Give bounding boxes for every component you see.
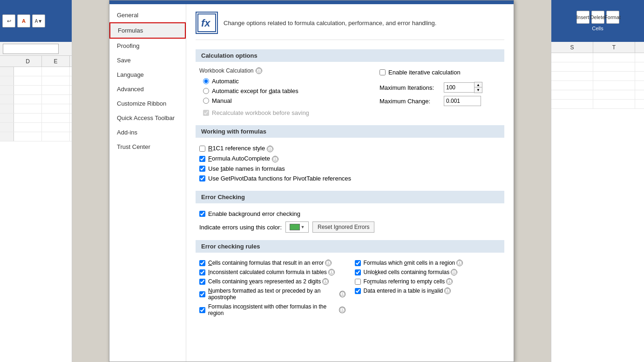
rule-omit-cells[interactable]: Formulas which omit cells in a region ⓘ: [355, 258, 501, 268]
autocomplete-info-icon[interactable]: ⓘ: [272, 156, 278, 162]
spreadsheet-left: ↩ A A▼ D E: [0, 0, 72, 362]
rule-numbers-as-text-checkbox[interactable]: [199, 291, 205, 297]
use-getpivotdata-label[interactable]: Use GetPivotData functions for PivotTabl…: [199, 174, 501, 183]
workbook-calc-info-icon[interactable]: ⓘ: [256, 67, 262, 74]
grid-row: [0, 104, 72, 114]
rule7-info-icon[interactable]: ⓘ: [451, 269, 457, 275]
rule4-info-icon[interactable]: ⓘ: [339, 291, 346, 297]
recalculate-checkbox-label: Recalculate workbook before saving: [203, 108, 361, 118]
insert-button[interactable]: Insert: [576, 11, 590, 24]
sidebar-item-advanced[interactable]: Advanced: [109, 82, 186, 96]
rules-col-left: Cells containing formulas that result in…: [199, 258, 346, 318]
col-header-D: D: [14, 56, 42, 67]
error-color-button[interactable]: ▼: [285, 221, 309, 233]
max-iterations-spinbox[interactable]: 100 ▲ ▼: [444, 82, 482, 93]
dialog-titlebar: [109, 0, 514, 4]
max-iterations-label: Maximum Iterations:: [380, 84, 440, 91]
rule3-info-icon[interactable]: ⓘ: [322, 278, 329, 285]
rule9-info-icon[interactable]: ⓘ: [444, 288, 451, 294]
rule-cells-formulas-error-checkbox[interactable]: [199, 260, 205, 266]
use-table-names-checkbox[interactable]: [199, 166, 205, 172]
rule-unlocked-cells[interactable]: Unlokked cells containing formulas ⓘ: [355, 268, 501, 277]
rule-referring-empty[interactable]: Formulas referring to empty cells ⓘ: [355, 277, 501, 286]
enable-iterative-checkbox[interactable]: [380, 69, 386, 75]
svg-text:fx: fx: [201, 17, 210, 29]
reset-ignored-errors-button[interactable]: Reset Ignored Errors: [312, 221, 374, 233]
calculation-options: Workbook Calculation ⓘ Automatic: [196, 67, 504, 118]
formula-autocomplete-label[interactable]: Formula AutoComplete ⓘ: [199, 154, 501, 164]
rule-inconsistent-column-checkbox[interactable]: [199, 269, 205, 275]
radio-manual-input[interactable]: [203, 98, 209, 104]
enable-iterative-label[interactable]: Enable iterative calculation: [380, 67, 501, 77]
col-headers-right: S T: [551, 42, 644, 53]
rule2-info-icon[interactable]: ⓘ: [328, 269, 335, 275]
rule1-info-icon[interactable]: ⓘ: [325, 260, 332, 266]
rule-data-invalid[interactable]: Data entered in a table is invalid ⓘ: [355, 286, 501, 295]
col-header-S: S: [551, 42, 593, 53]
sidebar-item-customize-ribbon[interactable]: Customize Ribbon: [109, 96, 186, 111]
rule-omit-cells-checkbox[interactable]: [355, 260, 361, 266]
grid-row: [0, 114, 72, 123]
workbook-calc-label: Workbook Calculation ⓘ: [199, 67, 361, 74]
rule6-info-icon[interactable]: ⓘ: [456, 260, 463, 266]
rule-cells-formulas-error[interactable]: Cells containing formulas that result in…: [199, 258, 346, 268]
use-table-names-label[interactable]: Use table names in formulas: [199, 164, 501, 174]
r1c1-info-icon[interactable]: ⓘ: [267, 146, 273, 152]
sidebar-item-language[interactable]: Language: [109, 67, 186, 82]
max-iterations-spin-down[interactable]: ▼: [475, 87, 482, 93]
max-iterations-input[interactable]: 100: [444, 82, 474, 93]
r1c1-checkbox[interactable]: [199, 146, 205, 152]
header-description: Change options related to formula calcul…: [224, 20, 436, 27]
sidebar-item-trust-center[interactable]: Trust Center: [109, 140, 186, 154]
indicate-color-label: Indicate errors using this color:: [199, 224, 282, 231]
error-checking-rules-header: Error checking rules: [196, 240, 504, 253]
formula-autocomplete-checkbox[interactable]: [199, 156, 205, 162]
calculation-options-header: Calculation options: [196, 49, 504, 62]
enable-background-label[interactable]: Enable background error checking: [199, 209, 501, 219]
rule8-info-icon[interactable]: ⓘ: [446, 278, 453, 285]
sidebar-item-formulas[interactable]: Formulas: [109, 22, 186, 39]
grid-row: [0, 132, 72, 141]
radio-automatic-except[interactable]: Automatic except for data tables: [203, 87, 361, 94]
left-ribbon: ↩ A A▼: [0, 0, 72, 42]
sidebar-item-proofing[interactable]: Proofing: [109, 39, 186, 53]
rule-unlocked-cells-checkbox[interactable]: [355, 269, 361, 275]
name-box[interactable]: [3, 44, 59, 54]
main-content: fx Change options related to formula cal…: [186, 4, 514, 362]
rule-referring-empty-checkbox[interactable]: [355, 279, 361, 285]
max-change-input[interactable]: 0.001: [444, 96, 481, 106]
max-iterations-spin-up[interactable]: ▲: [475, 82, 482, 87]
rule-years-2digits[interactable]: Cells containing years represented as 2 …: [199, 277, 346, 286]
enable-background-checkbox[interactable]: [199, 211, 205, 217]
font-color-button[interactable]: A: [17, 14, 30, 27]
error-section: Enable background error checking Indicat…: [196, 209, 504, 233]
sidebar-item-save[interactable]: Save: [109, 53, 186, 67]
sidebar-item-general[interactable]: General: [109, 8, 186, 22]
highlight-button[interactable]: A▼: [32, 14, 45, 27]
radio-automatic-input[interactable]: [203, 78, 209, 84]
rule-inconsistent-column[interactable]: Inconsistent calculated column formula i…: [199, 268, 346, 277]
r1c1-label[interactable]: R1C1 reference style ⓘ: [199, 143, 501, 154]
grid-row: [0, 123, 72, 132]
sidebar-item-add-ins[interactable]: Add-ins: [109, 125, 186, 140]
use-getpivotdata-checkbox[interactable]: [199, 175, 205, 181]
rule-formulas-inconsistent[interactable]: Formulas inconsistent with other formula…: [199, 302, 346, 318]
rule5-info-icon[interactable]: ⓘ: [339, 307, 345, 313]
radio-automatic-except-input[interactable]: [203, 88, 209, 94]
grid-row: [551, 72, 644, 81]
dialog-body: General Formulas Proofing Save Language …: [109, 4, 514, 362]
undo-button[interactable]: ↩: [2, 14, 15, 27]
rule-years-2digits-checkbox[interactable]: [199, 279, 205, 285]
max-iterations-row: Maximum Iterations: 100 ▲ ▼: [380, 82, 501, 93]
col-header-E: E: [42, 56, 70, 67]
rule-formulas-inconsistent-checkbox[interactable]: [199, 307, 205, 313]
radio-manual[interactable]: Manual: [203, 97, 361, 104]
radio-automatic[interactable]: Automatic: [203, 78, 361, 85]
rule-data-invalid-checkbox[interactable]: [355, 288, 361, 294]
delete-button[interactable]: Delete: [591, 11, 604, 24]
sidebar-item-quick-access[interactable]: Quick Access Toolbar: [109, 111, 186, 125]
rule-numbers-as-text[interactable]: Numbers formatted as text or preceded by…: [199, 286, 346, 302]
formulas-section: R1C1 reference style ⓘ Formula AutoCompl…: [196, 143, 504, 183]
rules-grid: Cells containing formulas that result in…: [199, 258, 501, 318]
format-button[interactable]: Format: [606, 11, 619, 24]
